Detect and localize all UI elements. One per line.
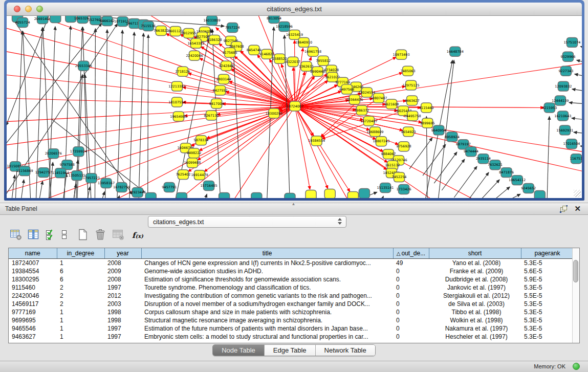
graph-node[interactable] [285, 193, 295, 198]
table-cell[interactable]: 1 [57, 324, 104, 333]
graph-edge[interactable] [7, 106, 295, 123]
graph-edge[interactable] [7, 16, 49, 125]
tab-edge-table[interactable]: Edge Table [264, 345, 315, 356]
table-cell[interactable]: 18724007 [9, 259, 57, 268]
row-height-icon[interactable] [61, 229, 68, 243]
table-cell[interactable]: 1998 [104, 308, 141, 316]
graph-node[interactable]: 1621608 [384, 99, 399, 109]
graph-node[interactable]: 22420046 [186, 51, 203, 60]
table-row[interactable]: 2242004622012Investigating the contribut… [9, 292, 574, 300]
table-cell[interactable]: 0 [393, 308, 429, 316]
table-cell[interactable]: de Silva et al. (2003) [429, 300, 521, 308]
table-cell[interactable]: 5.3E-5 [521, 300, 574, 308]
graph-node[interactable]: 1733426 [397, 185, 411, 194]
table-cell[interactable]: 2008 [104, 259, 141, 268]
table-cell[interactable]: 2 [57, 283, 104, 292]
table-cell[interactable]: Estimation of the future numbers of pati… [141, 324, 393, 333]
table-cell[interactable]: 2003 [104, 300, 141, 308]
close-traffic-light-button[interactable] [14, 6, 20, 12]
graph-node[interactable]: 19384554 [308, 136, 325, 146]
graph-node[interactable]: 16648784 [447, 47, 464, 56]
graph-edge[interactable] [100, 192, 104, 198]
graph-node[interactable]: 1588520 [272, 54, 287, 63]
graph-edge[interactable] [116, 195, 120, 198]
table-cell[interactable]: 1997 [104, 324, 141, 333]
graph-node[interactable] [359, 189, 369, 198]
graph-node[interactable]: 116753 [570, 154, 582, 164]
graph-node[interactable] [534, 191, 545, 198]
graph-node[interactable]: 9175685 [223, 48, 237, 57]
graph-node[interactable]: 9245652 [521, 184, 536, 193]
graph-edge[interactable] [295, 106, 582, 174]
graph-node[interactable]: 8186328 [207, 35, 222, 45]
table-row[interactable]: 946362711997Embryonic stem cells: a mode… [9, 333, 574, 341]
graph-node[interactable]: 9457791 [162, 183, 177, 192]
table-select-dropdown[interactable]: citations_edges.txt [148, 216, 346, 228]
table-cell[interactable]: 5.3E-5 [521, 308, 574, 316]
graph-edge[interactable] [11, 175, 15, 198]
graph-node[interactable]: 8912955 [181, 28, 196, 38]
graph-node[interactable]: 20553346 [75, 61, 92, 71]
table-cell[interactable]: 9115460 [9, 283, 57, 292]
graph-node[interactable]: 9899695 [420, 118, 435, 128]
table-cell[interactable]: 5.9E-5 [521, 275, 574, 283]
table-row[interactable]: 969969511998Structural magnetic resonanc… [9, 316, 574, 324]
graph-node[interactable]: 9242848 [219, 61, 234, 71]
graph-node[interactable]: 9227343 [558, 66, 573, 76]
graph-node[interactable]: 18107554 [168, 97, 185, 107]
graph-node[interactable]: 9654923 [401, 127, 416, 137]
graph-node[interactable]: 20691406 [34, 16, 51, 24]
table-cell[interactable]: 49 [393, 259, 429, 268]
graph-edge[interactable] [295, 106, 328, 189]
table-cell[interactable]: 9777169 [9, 308, 57, 316]
graph-node[interactable] [251, 193, 262, 198]
table-cell[interactable]: Nakamura et al. (1997) [429, 324, 521, 333]
graph-node[interactable] [145, 193, 156, 198]
graph-edge[interactable] [38, 181, 42, 198]
graph-node[interactable]: 15716485 [201, 181, 217, 191]
table-cell[interactable]: 0 [393, 292, 429, 300]
table-row[interactable]: 1938455462009Genome-wide association stu… [9, 267, 574, 275]
table-cell[interactable]: 9463627 [9, 333, 57, 341]
graph-node[interactable]: 12093832 [555, 81, 572, 91]
graph-node[interactable]: 7663822 [154, 26, 168, 35]
graph-node[interactable]: 10973493 [393, 50, 410, 59]
graph-edge[interactable] [83, 27, 89, 198]
graph-edge[interactable] [139, 33, 144, 198]
table-cell[interactable]: 1 [57, 259, 104, 268]
graph-node[interactable]: 17016504 [563, 139, 580, 149]
graph-node[interactable]: 16782759 [113, 183, 130, 192]
table-cell[interactable]: 5.3E-5 [521, 333, 574, 341]
graph-node[interactable]: 8601123 [168, 26, 183, 36]
graph-node[interactable]: 7485063 [401, 66, 416, 76]
graph-edge[interactable] [442, 159, 465, 190]
graph-node[interactable]: 15692931 [556, 125, 573, 135]
column-header-name[interactable]: name [9, 248, 57, 259]
graph-edge[interactable] [203, 194, 207, 198]
graph-edge[interactable] [575, 74, 582, 78]
graph-edge[interactable] [380, 196, 383, 198]
graph-node[interactable]: 15135141 [377, 183, 394, 193]
graph-node[interactable]: 9417004 [209, 99, 224, 108]
table-cell[interactable]: 19384554 [9, 267, 57, 275]
graph-edge[interactable] [423, 144, 446, 176]
table-cell[interactable]: 0 [393, 300, 429, 308]
table-cell[interactable]: 5.6E-5 [521, 267, 574, 275]
graph-node[interactable]: 7452254 [392, 172, 407, 182]
table-row[interactable]: 1830029562008Estimation of significance … [9, 275, 574, 283]
zoom-traffic-light-button[interactable] [36, 6, 43, 12]
table-cell[interactable]: Franke et al. (2009) [429, 267, 521, 275]
table-cell[interactable]: 0 [393, 333, 429, 341]
vertical-scrollbar[interactable] [572, 248, 579, 343]
select-all-checklist-icon[interactable] [45, 229, 55, 243]
graph-node[interactable] [324, 189, 335, 198]
table-cell[interactable]: 5.3E-5 [521, 316, 574, 324]
graph-edge[interactable] [86, 187, 90, 198]
graph-node[interactable]: 8471876 [499, 168, 514, 178]
graph-node[interactable]: 2718126 [175, 67, 190, 76]
table-cell[interactable]: Yano et al. (2008) [429, 259, 521, 268]
graph-edge[interactable] [572, 118, 582, 121]
column-header-out_de[interactable]: △out_de... [393, 248, 429, 259]
graph-node[interactable] [347, 192, 358, 198]
minimize-traffic-light-button[interactable] [25, 6, 32, 12]
